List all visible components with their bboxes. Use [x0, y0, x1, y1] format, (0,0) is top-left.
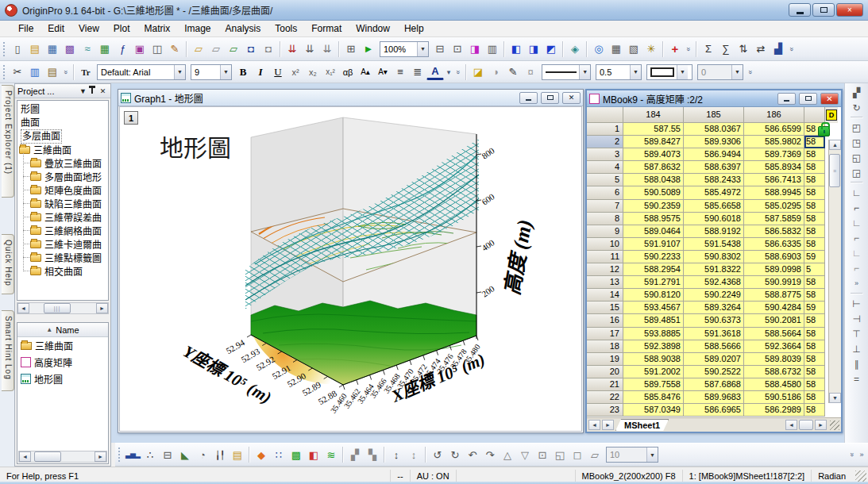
- bold-button[interactable]: B: [234, 64, 252, 80]
- mask-points-icon[interactable]: ▞: [346, 447, 364, 463]
- align-left-button[interactable]: ≡: [392, 64, 409, 80]
- row-header[interactable]: 10: [587, 238, 623, 251]
- minimize-button[interactable]: [789, 3, 811, 17]
- corner-cell[interactable]: [587, 107, 623, 123]
- cell-partial[interactable]: 58: [804, 200, 825, 213]
- new-function-icon[interactable]: ƒ: [114, 41, 131, 57]
- row-header[interactable]: 19: [587, 353, 623, 366]
- cell-partial[interactable]: 58: [804, 353, 825, 366]
- cell[interactable]: 591.9107: [623, 238, 684, 251]
- box-chart-icon[interactable]: ⊟: [159, 447, 176, 463]
- chevron-down-icon[interactable]: ▼: [417, 42, 428, 56]
- graph-window[interactable]: Graph1 - 地形圖 ✕ 1: [118, 89, 584, 433]
- tree-item-root[interactable]: 三維曲面: [19, 143, 108, 156]
- save-template-icon[interactable]: ◘: [260, 41, 277, 57]
- cell[interactable]: 585.6658: [684, 200, 744, 213]
- line-color-button[interactable]: ✎: [504, 64, 522, 80]
- copy-icon[interactable]: ▥: [26, 64, 44, 80]
- chevron-down-icon[interactable]: ▼: [174, 65, 185, 79]
- cell[interactable]: 591.2002: [623, 366, 684, 378]
- extract-layers-icon[interactable]: ◨: [525, 41, 542, 57]
- open-excel-icon[interactable]: ▱: [225, 41, 242, 57]
- cell[interactable]: 590.8120: [623, 289, 684, 302]
- cell-partial[interactable]: 58: [804, 186, 825, 199]
- cell-partial[interactable]: 58: [804, 161, 825, 174]
- cell[interactable]: 587.0349: [623, 404, 684, 417]
- toolbar-grip[interactable]: [3, 42, 6, 56]
- layer-top-right-icon[interactable]: ◳: [849, 135, 865, 150]
- toolbar-overflow-icon[interactable]: »: [450, 67, 466, 77]
- axis-frame-icon[interactable]: ⌐: [849, 260, 865, 275]
- row-header[interactable]: 3: [587, 148, 623, 161]
- row-header[interactable]: 14: [587, 289, 623, 302]
- rotate-cw-icon[interactable]: ↻: [446, 447, 464, 463]
- chevron-down-icon[interactable]: ▼: [630, 65, 641, 79]
- tree-item[interactable]: 曲面: [19, 116, 108, 129]
- resize-grip[interactable]: [855, 471, 866, 482]
- separator[interactable]: [384, 447, 385, 463]
- cell[interactable]: 589.9683: [684, 391, 744, 404]
- scrollbar-thumb[interactable]: [799, 420, 813, 430]
- row-header[interactable]: 20: [587, 366, 623, 378]
- perspective-box-icon[interactable]: ▱: [586, 447, 604, 463]
- scroll-left-icon[interactable]: ◄: [19, 451, 31, 462]
- separator[interactable]: [586, 41, 588, 57]
- resize-grip[interactable]: [830, 421, 839, 430]
- restore-button[interactable]: [799, 93, 817, 105]
- chevron-down-icon[interactable]: ▼: [78, 87, 88, 95]
- cell[interactable]: 588.0438: [623, 174, 684, 186]
- row-header[interactable]: 22: [587, 391, 623, 404]
- font-size-select[interactable]: 9 ▼: [191, 64, 232, 80]
- separator[interactable]: [342, 447, 344, 463]
- pin-icon[interactable]: [91, 88, 93, 94]
- superscript-button[interactable]: x²: [287, 64, 304, 80]
- cell[interactable]: 588.4580: [744, 378, 804, 391]
- cell-partial[interactable]: 58: [804, 148, 825, 161]
- scroll-up-icon[interactable]: ▲: [829, 140, 841, 150]
- align-top-edge-icon[interactable]: ⊤: [849, 326, 865, 341]
- open-template-icon[interactable]: ▱: [207, 41, 225, 57]
- new-graph-icon[interactable]: ≈: [79, 41, 96, 57]
- sheet-next-icon[interactable]: ►: [602, 420, 614, 430]
- separator[interactable]: [851, 293, 863, 294]
- cell[interactable]: 590.2081: [744, 314, 804, 327]
- row-header[interactable]: 15: [587, 302, 623, 314]
- separator[interactable]: [562, 41, 564, 57]
- merge-graphs-icon[interactable]: ◧: [507, 41, 525, 57]
- separator[interactable]: [280, 41, 281, 57]
- cell-partial[interactable]: 58: [804, 404, 825, 417]
- row-header[interactable]: 1: [587, 123, 623, 136]
- rotation-angle-select[interactable]: 10 ▼: [606, 447, 658, 463]
- chevron-down-icon[interactable]: ▼: [646, 448, 658, 462]
- separator[interactable]: [851, 117, 863, 118]
- cell[interactable]: 587.5859: [744, 213, 804, 225]
- bottom-axis-icon[interactable]: ∟: [849, 215, 865, 230]
- close-button[interactable]: ×: [836, 3, 863, 17]
- menu-item[interactable]: Edit: [41, 21, 71, 36]
- cell-partial[interactable]: 58: [804, 314, 825, 327]
- cell[interactable]: 586.6335: [744, 238, 804, 251]
- statistics-icon[interactable]: ∑: [717, 41, 735, 57]
- run-script-icon[interactable]: ►: [360, 41, 377, 57]
- menu-item[interactable]: Matrix: [137, 21, 178, 36]
- row-header[interactable]: 7: [587, 200, 623, 213]
- scroll-left-icon[interactable]: ◄: [17, 303, 29, 313]
- cell[interactable]: 585.9802: [744, 136, 804, 148]
- tree-item[interactable]: 三維帶誤差曲: [19, 210, 108, 224]
- axis-scale-icon[interactable]: ∟: [849, 245, 865, 260]
- row-header[interactable]: 11: [587, 251, 623, 263]
- menu-item[interactable]: File: [11, 21, 41, 36]
- cell[interactable]: 590.2359: [623, 200, 684, 213]
- 3d-terrain-plot[interactable]: 52.94 52.93 52.92 52.91 52.90 52.89 52.8…: [120, 107, 582, 432]
- name-column-header[interactable]: ▲ Name: [17, 323, 108, 337]
- list-item[interactable]: 三維曲面: [17, 337, 108, 354]
- tree-item[interactable]: 缺陷三維曲面: [19, 197, 108, 210]
- stock-plot-icon[interactable]: ╽╿: [211, 447, 229, 463]
- separator[interactable]: [662, 41, 664, 57]
- new-layout-icon[interactable]: ◫: [149, 41, 166, 57]
- zoom-select[interactable]: 100% ▼: [380, 41, 429, 57]
- sheet-tab[interactable]: MSheet1: [615, 419, 669, 431]
- rotate-mode-icon[interactable]: ◱: [551, 447, 569, 463]
- sort-icon[interactable]: ⇅: [735, 41, 752, 57]
- column-plot-icon[interactable]: ▃▅▂: [124, 447, 141, 463]
